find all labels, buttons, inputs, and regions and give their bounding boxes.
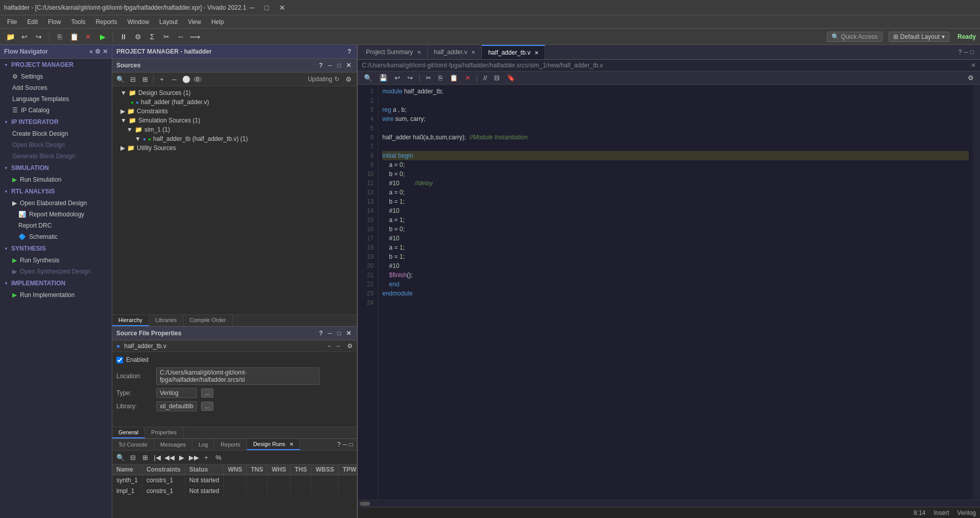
code-line[interactable]: #10 //delay bbox=[382, 179, 969, 188]
sources-gear-btn[interactable]: ⚙ bbox=[344, 74, 354, 84]
sources-minimize-icon[interactable]: ─ bbox=[326, 61, 334, 69]
src-props-maximize-icon[interactable]: □ bbox=[336, 329, 342, 337]
props-gear-icon[interactable]: ⚙ bbox=[347, 342, 353, 350]
table-row[interactable]: impl_1constrs_1Not started bbox=[112, 486, 357, 497]
menu-view[interactable]: View bbox=[183, 17, 206, 27]
toolbar-redo[interactable]: ↪ bbox=[33, 31, 45, 43]
editor-save-btn[interactable]: 💾 bbox=[377, 73, 389, 83]
sources-add-btn[interactable]: + bbox=[157, 74, 167, 84]
runs-percent-btn[interactable]: % bbox=[213, 452, 224, 462]
editor-copy-btn[interactable]: ⎘ bbox=[436, 73, 445, 83]
half-adder-tb-tab-close[interactable]: ✕ bbox=[534, 50, 538, 56]
code-line[interactable]: b = 1; bbox=[382, 197, 969, 206]
design-runs-tab-close-icon[interactable]: ✕ bbox=[289, 441, 293, 447]
minimize-button[interactable]: ─ bbox=[247, 4, 258, 12]
tab-messages[interactable]: Messages bbox=[154, 439, 192, 450]
menu-reports[interactable]: Reports bbox=[90, 17, 122, 27]
runs-expand-btn[interactable]: ⊞ bbox=[140, 452, 150, 462]
props-tab-properties[interactable]: Properties bbox=[145, 427, 183, 438]
code-line[interactable]: #10 bbox=[382, 234, 969, 243]
sources-remove-btn[interactable]: ─ bbox=[169, 74, 179, 84]
enabled-checkbox[interactable] bbox=[116, 357, 123, 363]
tab-log[interactable]: Log bbox=[192, 439, 214, 450]
nav-run-synthesis[interactable]: ▶ Run Synthesis bbox=[0, 255, 112, 266]
toolbar-connect[interactable]: ↔ bbox=[175, 31, 187, 43]
editor-search-btn[interactable]: 🔍 bbox=[362, 73, 374, 83]
code-line[interactable] bbox=[382, 96, 969, 105]
nav-open-block-design[interactable]: Open Block Design bbox=[0, 139, 112, 151]
toolbar-new-project[interactable]: 📁 bbox=[4, 31, 16, 43]
code-line[interactable]: endmodule bbox=[382, 289, 969, 298]
sources-collapse-all-btn[interactable]: ⊟ bbox=[128, 74, 138, 84]
nav-section-simulation[interactable]: ▼ SIMULATION bbox=[0, 162, 112, 174]
flow-nav-settings-icon[interactable]: ⚙ bbox=[95, 48, 101, 55]
toolbar-delete[interactable]: ✕ bbox=[82, 31, 94, 43]
sources-circle-btn[interactable]: ⚪ bbox=[181, 74, 191, 84]
editor-delete-btn[interactable]: ✕ bbox=[463, 73, 473, 83]
h-scrollbar-thumb[interactable] bbox=[360, 502, 370, 506]
toolbar-sum[interactable]: Σ bbox=[146, 31, 158, 43]
sources-close-icon[interactable]: ✕ bbox=[345, 61, 353, 69]
runs-maximize-icon[interactable]: □ bbox=[349, 441, 353, 448]
col-tpws[interactable]: TPWS bbox=[338, 464, 357, 475]
sources-search-btn[interactable]: 🔍 bbox=[115, 74, 126, 84]
tab-design-runs[interactable]: Design Runs ✕ bbox=[247, 439, 300, 450]
half-adder-tab-close[interactable]: ✕ bbox=[471, 50, 475, 55]
runs-prev-btn[interactable]: ◀◀ bbox=[164, 452, 175, 462]
nav-generate-block-design[interactable]: Generate Block Design bbox=[0, 151, 112, 162]
editor-tab-half-adder[interactable]: half_adder.v ✕ bbox=[428, 45, 482, 59]
nav-run-simulation[interactable]: ▶ Run Simulation bbox=[0, 174, 112, 185]
editor-help-icon[interactable]: ? bbox=[959, 48, 962, 56]
col-ths[interactable]: THS bbox=[290, 464, 311, 475]
tab-reports[interactable]: Reports bbox=[214, 439, 247, 450]
toolbar-settings[interactable]: ⚙ bbox=[132, 31, 144, 43]
menu-flow[interactable]: Flow bbox=[43, 17, 66, 27]
code-line[interactable]: wire sum, carry; bbox=[382, 114, 969, 124]
nav-open-elaborated-design[interactable]: ▶ Open Elaborated Design bbox=[0, 198, 112, 209]
nav-section-synthesis[interactable]: ▼ SYNTHESIS bbox=[0, 242, 112, 255]
col-wbss[interactable]: WBSS bbox=[311, 464, 338, 475]
code-line[interactable]: b = 1; bbox=[382, 252, 969, 261]
file-path-close[interactable]: ✕ bbox=[971, 62, 976, 69]
code-line[interactable]: b = 0; bbox=[382, 225, 969, 234]
tree-utility-sources[interactable]: ▶ 📁 Utility Sources bbox=[112, 143, 357, 153]
sources-tab-hierarchy[interactable]: Hierarchy bbox=[112, 315, 149, 326]
tree-half-adder-tb[interactable]: ▼ ● ● half_adder_tb (half_adder_tb.v) (1… bbox=[112, 134, 357, 143]
nav-schematic[interactable]: 🔷 Schematic bbox=[0, 231, 112, 242]
code-line[interactable]: #10 bbox=[382, 206, 969, 215]
editor-redo-btn[interactable]: ↪ bbox=[405, 73, 415, 83]
editor-indent-btn[interactable]: ⊟ bbox=[492, 73, 502, 83]
src-props-close-icon[interactable]: ✕ bbox=[345, 329, 353, 337]
sources-help-icon[interactable]: ? bbox=[317, 61, 324, 69]
code-line[interactable]: a = 1; bbox=[382, 243, 969, 252]
sources-tab-compile-order[interactable]: Compile Order bbox=[183, 315, 233, 326]
code-line[interactable]: half_adder ha0(a,b,sum,carry); //Module … bbox=[382, 133, 969, 142]
toolbar-run[interactable]: ▶ bbox=[96, 31, 109, 43]
editor-comment-btn[interactable]: // bbox=[481, 73, 489, 83]
nav-create-block-design[interactable]: Create Block Design bbox=[0, 128, 112, 139]
editor-cut-btn[interactable]: ✂ bbox=[424, 73, 433, 83]
runs-last-btn[interactable]: ▶▶ bbox=[189, 452, 199, 462]
col-name[interactable]: Name bbox=[112, 464, 142, 475]
code-line[interactable]: $finish(); bbox=[382, 270, 969, 280]
src-props-help-icon[interactable]: ? bbox=[317, 329, 324, 337]
runs-add-btn[interactable]: + bbox=[201, 452, 211, 462]
nav-run-implementation[interactable]: ▶ Run Implementation bbox=[0, 289, 112, 301]
tab-tcl-console[interactable]: Tcl Console bbox=[112, 439, 154, 450]
code-line[interactable]: reg a , b; bbox=[382, 105, 969, 114]
quick-access-box[interactable]: 🔍 Quick Access bbox=[827, 32, 883, 42]
code-line[interactable] bbox=[382, 124, 969, 133]
code-line[interactable]: module half_adder_tb; bbox=[382, 87, 969, 96]
sources-expand-all-btn[interactable]: ⊞ bbox=[140, 74, 150, 84]
tree-half-adder[interactable]: ● ● half_adder (half_adder.v) bbox=[112, 97, 357, 107]
runs-search-btn[interactable]: 🔍 bbox=[115, 452, 126, 462]
pm-help-icon[interactable]: ? bbox=[346, 47, 353, 56]
code-line[interactable]: end bbox=[382, 280, 969, 289]
nav-section-implementation[interactable]: ▼ IMPLEMENTATION bbox=[0, 277, 112, 289]
toolbar-copy[interactable]: ⎘ bbox=[54, 31, 66, 43]
editor-tab-project-summary[interactable]: Project Summary ✕ bbox=[360, 45, 428, 59]
code-line[interactable]: b = 0; bbox=[382, 169, 969, 179]
code-line[interactable] bbox=[382, 298, 969, 307]
nav-section-ip-integrator[interactable]: ▼ IP INTEGRATOR bbox=[0, 116, 112, 128]
editor-paste-btn[interactable]: 📋 bbox=[448, 73, 460, 83]
